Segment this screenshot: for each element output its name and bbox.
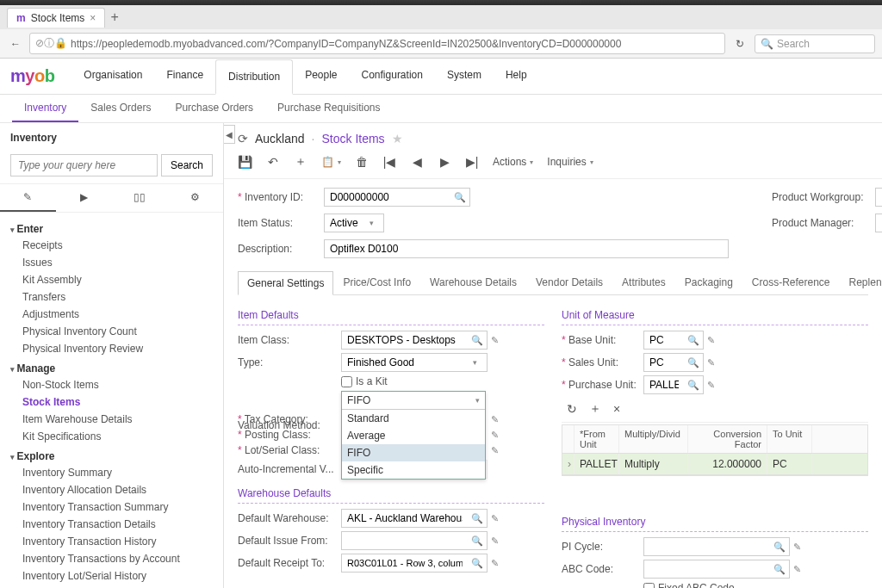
tree-item[interactable]: Item Warehouse Details <box>10 411 213 428</box>
description-input[interactable] <box>325 240 721 257</box>
tree-item[interactable]: Inventory Transaction Summary <box>10 498 213 516</box>
menu-people[interactable]: People <box>293 59 349 94</box>
search-icon[interactable]: 🔍 <box>770 564 789 575</box>
description-input-wrap[interactable] <box>324 239 729 258</box>
tree-item[interactable]: Kit Assembly <box>10 271 213 288</box>
abc-code-selector[interactable]: 🔍 <box>643 560 790 579</box>
is-kit-checkbox[interactable]: Is a Kit <box>341 375 388 387</box>
default-receipt-selector[interactable]: 🔍 <box>341 554 488 573</box>
dropdown-option[interactable]: Average <box>342 427 485 444</box>
edit-icon[interactable]: ✎ <box>491 414 499 425</box>
menu-finance[interactable]: Finance <box>154 59 215 94</box>
side-mode-gear-icon[interactable]: ⚙ <box>167 184 223 212</box>
grid-add-icon[interactable]: ＋ <box>589 401 601 417</box>
sales-unit-selector[interactable]: 🔍 <box>643 353 704 372</box>
submenu-purchase-reqs[interactable]: Purchase Requisitions <box>265 95 392 122</box>
grid-refresh-icon[interactable]: ↻ <box>567 402 577 416</box>
search-icon[interactable]: 🔍 <box>684 335 703 346</box>
pi-cycle-selector[interactable]: 🔍 <box>643 537 790 556</box>
fixed-abc-checkbox[interactable]: Fixed ABC Code <box>643 582 735 588</box>
save-button[interactable]: 💾 <box>238 155 252 169</box>
undo-button[interactable]: ↶ <box>266 155 280 169</box>
tab[interactable]: Packaging <box>675 270 742 294</box>
manager-input[interactable] <box>876 214 882 232</box>
uom-grid-row[interactable]: › PALLET Multiply 12.000000 PC <box>562 454 867 475</box>
base-unit-selector[interactable]: 🔍 <box>643 331 704 350</box>
tree-group[interactable]: Enter <box>10 218 213 237</box>
inventory-id-selector[interactable]: 🔍 <box>324 188 470 207</box>
tab[interactable]: Vendor Details <box>526 270 612 294</box>
tree-item[interactable]: Inventory Allocation Details <box>10 481 213 498</box>
first-record-button[interactable]: |◀ <box>382 155 396 169</box>
item-status-input[interactable] <box>325 214 366 232</box>
tree-item[interactable]: Inventory Transactions by Account <box>10 550 213 567</box>
tree-item[interactable]: Receipts <box>10 237 213 254</box>
submenu-sales-orders[interactable]: Sales Orders <box>78 95 163 122</box>
inquiries-menu[interactable]: Inquiries <box>547 156 593 168</box>
side-mode-chart-icon[interactable]: ▯▯ <box>112 184 168 212</box>
item-status-select[interactable]: ▾ <box>324 214 384 232</box>
valuation-method-dropdown[interactable]: FIFO ▾ StandardAverageFIFOSpecific <box>341 391 486 480</box>
next-record-button[interactable]: ▶ <box>438 155 451 169</box>
tree-item[interactable]: Inventory Transaction History <box>10 533 213 550</box>
edit-icon[interactable]: ✎ <box>707 357 715 368</box>
back-button[interactable]: ← <box>7 35 24 53</box>
dropdown-option[interactable]: FIFO <box>342 444 485 461</box>
tree-item[interactable]: Issues <box>10 254 213 271</box>
refresh-icon[interactable]: ⟳ <box>238 132 248 145</box>
edit-icon[interactable]: ✎ <box>491 445 499 456</box>
edit-icon[interactable]: ✎ <box>707 380 715 391</box>
search-icon[interactable]: 🔍 <box>468 535 487 547</box>
actions-menu[interactable]: Actions <box>493 156 533 168</box>
dropdown-option[interactable]: Standard <box>342 410 485 427</box>
sidebar-collapse-button[interactable]: ◀ <box>224 125 235 144</box>
tree-item[interactable]: Physical Inventory Review <box>10 340 213 357</box>
sidebar-search-button[interactable]: Search <box>161 154 213 176</box>
tree-item[interactable]: Adjustments <box>10 306 213 323</box>
edit-icon[interactable]: ✎ <box>491 535 499 547</box>
chevron-down-icon[interactable]: ▾ <box>469 358 481 367</box>
tab[interactable]: Cross-Reference <box>742 270 840 294</box>
tree-item[interactable]: Inventory Summary <box>10 464 213 481</box>
last-record-button[interactable]: ▶| <box>465 155 479 169</box>
tree-item[interactable]: Transfers <box>10 288 213 306</box>
grid-delete-icon[interactable]: × <box>613 402 620 416</box>
search-icon[interactable]: 🔍 <box>450 192 469 203</box>
search-icon[interactable]: 🔍 <box>468 335 487 346</box>
breadcrumb-company[interactable]: Auckland <box>255 132 305 145</box>
edit-icon[interactable]: ✎ <box>793 564 801 575</box>
manager-selector[interactable]: 🔍 <box>875 214 882 232</box>
search-icon[interactable]: 🔍 <box>770 542 789 553</box>
workgroup-input[interactable] <box>876 189 882 206</box>
tree-item[interactable]: Kit Specifications <box>10 428 213 445</box>
purchase-unit-selector[interactable]: 🔍 <box>643 375 704 394</box>
prev-record-button[interactable]: ◀ <box>410 155 424 169</box>
chevron-down-icon[interactable]: ▾ <box>475 396 480 405</box>
chevron-down-icon[interactable]: ▾ <box>366 219 377 227</box>
search-icon[interactable]: 🔍 <box>684 357 703 368</box>
side-mode-play-icon[interactable]: ▶ <box>56 184 112 212</box>
new-button[interactable]: ＋ <box>294 154 307 170</box>
menu-organisation[interactable]: Organisation <box>71 59 154 94</box>
edit-icon[interactable]: ✎ <box>491 513 499 524</box>
edit-icon[interactable]: ✎ <box>491 558 499 569</box>
search-icon[interactable]: 🔍 <box>468 513 487 524</box>
menu-distribution[interactable]: Distribution <box>215 59 293 95</box>
menu-system[interactable]: System <box>435 59 494 94</box>
browser-tab[interactable]: m Stock Items × <box>7 8 105 28</box>
edit-icon[interactable]: ✎ <box>793 542 801 553</box>
close-icon[interactable]: × <box>90 12 96 24</box>
workgroup-selector[interactable]: 🔍 <box>875 188 882 207</box>
delete-button[interactable]: 🗑 <box>355 155 369 169</box>
item-class-selector[interactable]: 🔍 <box>341 331 488 350</box>
new-tab-button[interactable]: + <box>110 9 118 25</box>
url-field[interactable]: ⊘ⓘ🔒 https://peopledemodb.myobadvanced.co… <box>29 33 725 54</box>
tree-group[interactable]: Manage <box>10 357 213 376</box>
breadcrumb-screen[interactable]: Stock Items <box>321 132 384 145</box>
dropdown-option[interactable]: Specific <box>342 461 485 479</box>
tab[interactable]: Attributes <box>612 270 675 294</box>
search-icon[interactable]: 🔍 <box>468 558 487 569</box>
favorite-star-icon[interactable]: ★ <box>392 132 403 145</box>
menu-help[interactable]: Help <box>494 59 539 94</box>
edit-icon[interactable]: ✎ <box>491 430 499 441</box>
